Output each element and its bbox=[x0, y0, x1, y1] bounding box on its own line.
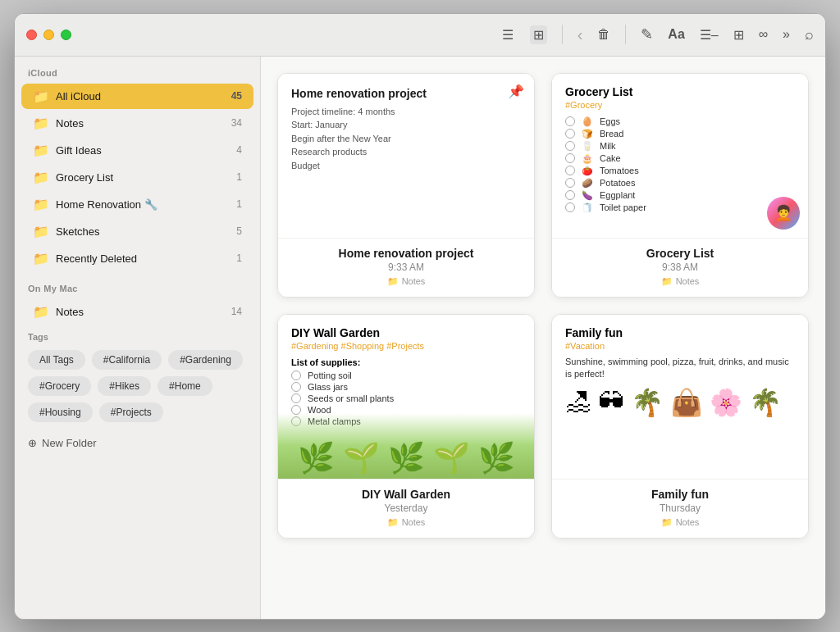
note-time: Thursday bbox=[564, 502, 797, 514]
folder-icon: 📁 bbox=[33, 116, 49, 131]
icloud-section-label: iCloud bbox=[15, 57, 260, 83]
sidebar: iCloud 📁 All iCloud 45 📁 Notes 34 📁 Gift… bbox=[15, 57, 261, 619]
folder-icon: 📁 bbox=[33, 251, 49, 266]
sidebar-item-label: Recently Deleted bbox=[56, 252, 230, 265]
sidebar-badge: 34 bbox=[231, 117, 242, 129]
checklist-icon[interactable]: ☰– bbox=[700, 27, 719, 43]
note-preview: Home renovation project Project timeline… bbox=[278, 74, 534, 238]
plus-icon: ⊕ bbox=[28, 437, 37, 449]
grocery-item: 🥛Milk bbox=[565, 141, 795, 152]
sticker: 🕶 bbox=[598, 387, 624, 418]
folder-icon: 📁 bbox=[33, 197, 49, 212]
new-folder-label: New Folder bbox=[42, 437, 96, 449]
sticker: 🏖 bbox=[565, 387, 591, 418]
compose-icon[interactable]: ✎ bbox=[641, 25, 653, 43]
note-card-family-fun[interactable]: Family fun #Vacation Sunshine, swimming … bbox=[551, 314, 809, 539]
sticker: 🌴 bbox=[631, 387, 664, 418]
sidebar-item-label: Notes bbox=[56, 117, 225, 130]
grocery-item: 🧻Toilet paper bbox=[565, 202, 795, 213]
delete-icon[interactable]: 🗑 bbox=[597, 27, 610, 42]
sidebar-item-home-renovation[interactable]: 📁 Home Renovation 🔧 1 bbox=[21, 192, 253, 217]
main-content: iCloud 📁 All iCloud 45 📁 Notes 34 📁 Gift… bbox=[15, 57, 825, 619]
note-folder: 📁 Notes bbox=[290, 276, 523, 287]
note-footer: Home renovation project 9:33 AM 📁 Notes bbox=[278, 238, 534, 297]
title-bar: ☰ ⊞ ‹ 🗑 ✎ Aa ☰– ⊞ ∞ » ⌕ bbox=[15, 14, 825, 57]
note-card-home-renovation[interactable]: Home renovation project Project timeline… bbox=[277, 73, 535, 298]
note-folder: 📁 Notes bbox=[564, 517, 797, 528]
fullscreen-button[interactable] bbox=[61, 30, 71, 40]
tag-california[interactable]: #California bbox=[92, 350, 162, 370]
notes-area: Home renovation project Project timeline… bbox=[261, 57, 825, 619]
sidebar-badge: 1 bbox=[236, 252, 242, 264]
note-card-grocery-list[interactable]: Grocery List #Grocery 🥚Eggs 🍞Bread 🥛Milk bbox=[551, 73, 809, 298]
sticker: 🌸 bbox=[710, 387, 742, 418]
note-title: Grocery List bbox=[564, 247, 797, 260]
tag-home[interactable]: #Home bbox=[158, 376, 212, 396]
tag-housing[interactable]: #Housing bbox=[28, 402, 93, 422]
grocery-item: 🍅Tomatoes bbox=[565, 166, 795, 176]
note-folder: 📁 Notes bbox=[290, 517, 523, 528]
on-my-mac-label: On My Mac bbox=[15, 272, 260, 298]
sidebar-item-label: Home Renovation 🔧 bbox=[56, 198, 230, 211]
tag-gardening[interactable]: #Gardening bbox=[168, 350, 243, 370]
note-time: 9:38 AM bbox=[564, 261, 797, 273]
minimize-button[interactable] bbox=[43, 30, 54, 40]
note-card-diy-wall-garden[interactable]: DIY Wall Garden #Gardening #Shopping #Pr… bbox=[277, 314, 535, 539]
folder-small-icon: 📁 bbox=[387, 517, 399, 528]
note-footer: Grocery List 9:38 AM 📁 Notes bbox=[552, 238, 808, 297]
family-title: Family fun bbox=[565, 326, 795, 339]
more-icon[interactable]: » bbox=[783, 27, 790, 42]
toolbar: ☰ ⊞ ‹ 🗑 ✎ Aa ☰– ⊞ ∞ » ⌕ bbox=[502, 25, 814, 44]
preview-text: Project timeline: 4 months Start: Januar… bbox=[291, 105, 521, 173]
note-preview: Grocery List #Grocery 🥚Eggs 🍞Bread 🥛Milk bbox=[552, 74, 808, 238]
folder-icon: 📁 bbox=[33, 89, 49, 104]
sidebar-item-gift-ideas[interactable]: 📁 Gift Ideas 4 bbox=[21, 138, 253, 163]
tag-all-tags[interactable]: All Tags bbox=[28, 350, 85, 370]
sidebar-item-label: Gift Ideas bbox=[56, 144, 230, 157]
sidebar-item-recently-deleted[interactable]: 📁 Recently Deleted 1 bbox=[21, 246, 253, 271]
folder-icon: 📁 bbox=[33, 304, 49, 320]
search-icon[interactable]: ⌕ bbox=[805, 26, 814, 43]
folder-label: Notes bbox=[402, 276, 426, 286]
tag-hikes[interactable]: #Hikes bbox=[98, 376, 151, 396]
note-footer: DIY Wall Garden Yesterday 📁 Notes bbox=[278, 479, 534, 538]
sidebar-badge: 1 bbox=[236, 171, 242, 183]
grocery-item: 🥚Eggs bbox=[565, 116, 795, 127]
close-button[interactable] bbox=[26, 30, 37, 40]
tag-projects[interactable]: #Projects bbox=[99, 402, 163, 422]
grid-view-icon[interactable]: ⊞ bbox=[530, 25, 547, 44]
sidebar-item-sketches[interactable]: 📁 Sketches 5 bbox=[21, 219, 253, 244]
note-footer: Family fun Thursday 📁 Notes bbox=[552, 479, 808, 538]
sidebar-badge: 4 bbox=[236, 144, 242, 156]
grocery-title: Grocery List bbox=[565, 85, 795, 98]
note-folder: 📁 Notes bbox=[564, 276, 797, 287]
sidebar-item-all-icloud[interactable]: 📁 All iCloud 45 bbox=[21, 84, 253, 109]
format-text-icon[interactable]: Aa bbox=[668, 27, 684, 42]
pin-icon: 📌 bbox=[508, 84, 524, 99]
note-title: Family fun bbox=[564, 488, 797, 501]
family-stickers: 🏖 🕶 🌴 👜 🌸 🌴 bbox=[565, 387, 795, 418]
note-preview: DIY Wall Garden #Gardening #Shopping #Pr… bbox=[278, 315, 534, 479]
new-folder-button[interactable]: ⊕ New Folder bbox=[15, 429, 260, 457]
list-view-icon[interactable]: ☰ bbox=[502, 27, 514, 43]
diy-item: Potting soil bbox=[291, 371, 521, 380]
folder-small-icon: 📁 bbox=[387, 276, 399, 287]
folder-icon: 📁 bbox=[33, 224, 49, 239]
folder-label: Notes bbox=[402, 517, 426, 527]
back-icon[interactable]: ‹ bbox=[578, 25, 583, 44]
tag-grocery[interactable]: #Grocery bbox=[28, 376, 91, 396]
sticker: 🌴 bbox=[749, 387, 782, 418]
note-time: 9:33 AM bbox=[290, 261, 523, 273]
note-time: Yesterday bbox=[290, 502, 523, 514]
sidebar-badge: 14 bbox=[231, 306, 242, 317]
note-title: DIY Wall Garden bbox=[290, 488, 523, 501]
link-icon[interactable]: ∞ bbox=[759, 27, 768, 42]
sidebar-item-mac-notes[interactable]: 📁 Notes 14 bbox=[21, 299, 253, 325]
sidebar-badge: 1 bbox=[236, 198, 242, 210]
sidebar-item-grocery-list[interactable]: 📁 Grocery List 1 bbox=[21, 165, 253, 190]
avatar: 🧑‍🦱 bbox=[767, 197, 800, 230]
table-icon[interactable]: ⊞ bbox=[733, 27, 744, 43]
notes-grid: Home renovation project Project timeline… bbox=[277, 73, 809, 539]
folder-icon: 📁 bbox=[33, 170, 49, 185]
sidebar-item-notes[interactable]: 📁 Notes 34 bbox=[21, 111, 253, 136]
